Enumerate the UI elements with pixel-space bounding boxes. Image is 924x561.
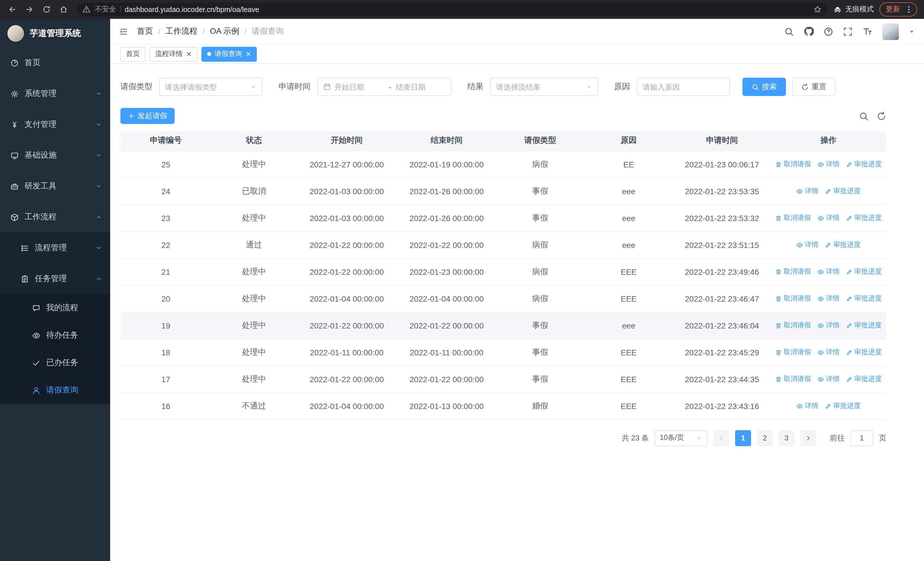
leave-type-select-input[interactable] xyxy=(165,83,246,91)
action-cancel-link[interactable]: 取消请假 xyxy=(775,320,811,330)
action-cancel-link[interactable]: 取消请假 xyxy=(775,267,811,277)
reset-button[interactable]: 重置 xyxy=(792,78,836,96)
create-leave-button[interactable]: 发起请假 xyxy=(120,108,175,124)
action-cancel-link[interactable]: 取消请假 xyxy=(775,159,811,169)
table-row[interactable]: 16不通过2022-01-04 00:00:002022-01-13 00:00… xyxy=(120,393,886,419)
next-page-button[interactable] xyxy=(800,430,816,446)
sidebar-item-task-mgmt[interactable]: 任务管理 xyxy=(0,263,110,294)
table-row[interactable]: 19处理中2022-01-22 00:00:002022-01-22 00:00… xyxy=(120,312,886,339)
action-detail-link[interactable]: 详情 xyxy=(817,374,840,384)
cell-reason: eee xyxy=(584,232,674,258)
table-row[interactable]: 25处理中2021-12-27 00:00:002022-01-19 00:00… xyxy=(120,151,886,177)
page-button-2[interactable]: 2 xyxy=(757,430,773,446)
action-cancel-link[interactable]: 取消请假 xyxy=(775,213,811,223)
action-detail-link[interactable]: 详情 xyxy=(796,240,818,250)
breadcrumb-item[interactable]: 工作流程 xyxy=(165,26,198,36)
action-progress-link[interactable]: 审批进度 xyxy=(846,213,882,223)
action-detail-link[interactable]: 详情 xyxy=(817,159,840,169)
sidebar-item-label: 系统管理 xyxy=(24,89,90,99)
search-icon[interactable] xyxy=(784,27,794,36)
action-progress-link[interactable]: 审批进度 xyxy=(825,401,861,411)
action-progress-link[interactable]: 审批进度 xyxy=(825,240,861,250)
dashboard-icon xyxy=(10,59,19,67)
action-detail-link[interactable]: 详情 xyxy=(817,213,840,223)
action-cancel-link[interactable]: 取消请假 xyxy=(775,374,811,384)
address-bar[interactable]: 不安全 dashboard.yudao.iocoder.cn/bpm/oa/le… xyxy=(76,3,828,16)
user-avatar[interactable] xyxy=(882,23,899,40)
leave-type-select[interactable] xyxy=(159,78,262,96)
font-size-icon[interactable] xyxy=(862,26,873,36)
goto-page-input[interactable] xyxy=(850,430,873,446)
browser-home-button[interactable] xyxy=(56,2,71,17)
table-row[interactable]: 24已取消2022-01-03 00:00:002022-01-26 00:00… xyxy=(120,177,886,205)
github-icon[interactable] xyxy=(804,26,814,36)
action-progress-link[interactable]: 审批进度 xyxy=(846,267,882,277)
table-row[interactable]: 18处理中2022-01-11 00:00:002022-01-11 00:00… xyxy=(120,339,886,365)
table-row[interactable]: 21处理中2022-01-22 00:00:002022-01-23 00:00… xyxy=(120,258,886,285)
search-button[interactable]: 搜索 xyxy=(742,78,786,96)
browser-reload-button[interactable] xyxy=(39,2,54,17)
action-detail-link[interactable]: 详情 xyxy=(817,294,840,303)
sidebar-item-my-processes[interactable]: 我的流程 xyxy=(0,294,110,322)
action-cancel-link[interactable]: 取消请假 xyxy=(775,347,811,357)
toggle-search-icon[interactable] xyxy=(859,111,868,121)
browser-back-button[interactable] xyxy=(4,2,20,17)
action-progress-link[interactable]: 审批进度 xyxy=(846,294,882,303)
reason-input[interactable] xyxy=(643,83,724,91)
table-row[interactable]: 20处理中2022-01-04 00:00:002022-01-04 00:00… xyxy=(120,285,886,312)
cell-reason: eee xyxy=(584,205,674,232)
sidebar-item-done-tasks[interactable]: 已办任务 xyxy=(0,349,110,376)
action-label: 取消请假 xyxy=(784,159,811,169)
action-progress-link[interactable]: 审批进度 xyxy=(825,186,861,196)
edit-icon xyxy=(846,322,853,329)
refresh-table-icon[interactable] xyxy=(877,111,886,121)
tab-home[interactable]: 首页 xyxy=(120,47,146,62)
table-row[interactable]: 23处理中2022-01-03 00:00:002022-01-26 00:00… xyxy=(120,205,886,232)
action-detail-link[interactable]: 详情 xyxy=(817,267,840,277)
date-range-picker[interactable]: - xyxy=(317,78,452,96)
action-detail-link[interactable]: 详情 xyxy=(817,320,840,330)
sidebar-item-process-mgmt[interactable]: 流程管理 xyxy=(0,233,110,263)
browser-forward-button[interactable] xyxy=(22,2,36,17)
action-detail-link[interactable]: 详情 xyxy=(796,186,818,196)
more-menu-icon[interactable] xyxy=(904,5,913,14)
page-button-3[interactable]: 3 xyxy=(778,430,795,446)
sidebar-item-system[interactable]: 系统管理 xyxy=(0,78,110,109)
page-size-select[interactable]: 10条/页 xyxy=(655,430,708,446)
table-row[interactable]: 17处理中2022-01-22 00:00:002022-01-22 00:00… xyxy=(120,365,886,393)
action-cancel-link[interactable]: 取消请假 xyxy=(775,294,811,303)
bookmark-star-icon[interactable] xyxy=(813,5,822,14)
breadcrumb-item[interactable]: 首页 xyxy=(137,26,153,36)
sidebar-item-home[interactable]: 首页 xyxy=(0,47,110,78)
tab-process-detail[interactable]: 流程详情✕ xyxy=(150,47,198,62)
tab-leave-query[interactable]: 请假查询✕ xyxy=(201,47,257,62)
collapse-sidebar-icon[interactable] xyxy=(119,27,128,36)
end-date-input[interactable] xyxy=(396,83,446,91)
action-progress-link[interactable]: 审批进度 xyxy=(846,159,882,169)
page-button-1[interactable]: 1 xyxy=(735,430,751,446)
close-tab-icon[interactable]: ✕ xyxy=(245,51,251,57)
sidebar-item-todo-tasks[interactable]: 待办任务 xyxy=(0,322,110,349)
action-progress-link[interactable]: 审批进度 xyxy=(846,320,882,330)
chevron-down-icon[interactable] xyxy=(909,28,915,35)
start-date-input[interactable] xyxy=(334,83,384,91)
action-detail-link[interactable]: 详情 xyxy=(817,347,840,357)
fullscreen-icon[interactable] xyxy=(843,27,853,36)
reason-field[interactable] xyxy=(637,78,730,96)
sidebar-item-infra[interactable]: 基础设施 xyxy=(0,140,110,171)
sidebar-item-payment[interactable]: 支付管理 xyxy=(0,109,110,140)
sidebar-item-leave-query[interactable]: 请假查询 xyxy=(0,376,110,404)
help-icon[interactable] xyxy=(824,27,833,36)
prev-page-button[interactable] xyxy=(713,430,729,446)
action-detail-link[interactable]: 详情 xyxy=(796,401,818,411)
result-select[interactable] xyxy=(490,78,598,96)
sidebar-item-devtools[interactable]: 研发工具 xyxy=(0,171,110,202)
browser-update-button[interactable]: 更新 xyxy=(879,2,917,17)
action-progress-link[interactable]: 审批进度 xyxy=(846,374,882,384)
close-tab-icon[interactable]: ✕ xyxy=(186,51,192,57)
sidebar-item-workflow[interactable]: 工作流程 xyxy=(0,202,110,233)
breadcrumb-item[interactable]: OA 示例 xyxy=(210,26,239,36)
action-progress-link[interactable]: 审批进度 xyxy=(846,347,882,357)
table-row[interactable]: 22通过2022-01-22 00:00:002022-01-22 00:00:… xyxy=(120,232,886,258)
result-select-input[interactable] xyxy=(496,83,582,91)
